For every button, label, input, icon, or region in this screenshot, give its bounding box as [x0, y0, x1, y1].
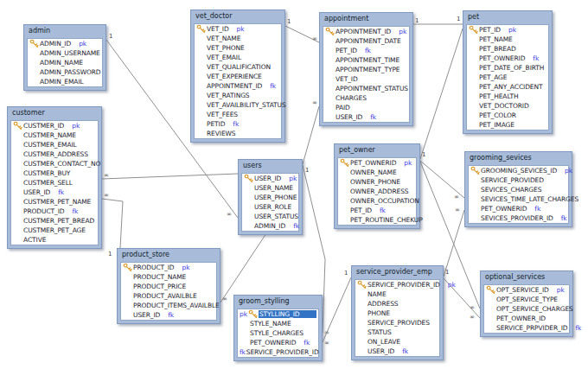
- field-row-reviews[interactable]: REVIEWS: [195, 129, 281, 138]
- table-admin[interactable]: adminADMIN_IDpkADMIN_USERNAMEADMIN_NAMEA…: [23, 24, 106, 91]
- table-title-service_provider_emp[interactable]: service_provider_emp: [355, 266, 440, 279]
- field-name[interactable]: SERVICE_PROVIDES: [368, 319, 430, 327]
- field-name[interactable]: PET_ANY_ACCIDENT: [479, 83, 542, 91]
- field-row-style_name[interactable]: STYLE_NAME: [238, 319, 318, 328]
- field-name[interactable]: SEVICES_TIME_LATE_CHARGES: [481, 195, 578, 203]
- field-row-pet_bread[interactable]: PET_BREAD: [467, 44, 548, 54]
- field-row-paid[interactable]: PAID: [323, 103, 409, 112]
- field-name[interactable]: SERVICE_PRPVIDER_ID: [496, 324, 568, 332]
- field-row-opt_service_charges[interactable]: OPT_SERVICE_CHARGES: [484, 304, 569, 314]
- field-row-custmer_buy[interactable]: CUSTMER_BUY: [11, 169, 98, 178]
- field-row-phone[interactable]: PHONE: [355, 309, 439, 318]
- field-row-pet_id[interactable]: PET_IDfk: [338, 206, 416, 215]
- field-name[interactable]: USER_PHONE: [254, 194, 297, 201]
- field-name[interactable]: APPOINTMENT_ID: [336, 28, 391, 35]
- field-row-vet_ratings[interactable]: VET_RATINGS: [195, 91, 281, 100]
- field-name[interactable]: STYLE_CHARGES: [250, 329, 304, 337]
- field-row-user_role[interactable]: USER_ROLE: [242, 202, 298, 212]
- field-row-admin_password[interactable]: ADMIN_PASSWORD: [28, 67, 102, 77]
- field-row-custmer_address[interactable]: CUSTMER_ADDRESS: [11, 150, 98, 159]
- field-name[interactable]: CUSTMER_BUY: [23, 169, 70, 177]
- field-row-active[interactable]: ACTIVE: [11, 235, 98, 245]
- field-row-appointment_status[interactable]: APPOINTMENT_STATUS: [323, 84, 409, 93]
- field-row-name[interactable]: NAME: [355, 289, 439, 299]
- field-row-pet_ownerid[interactable]: PET_OWNERIDfk: [238, 338, 318, 347]
- field-row-pet_color[interactable]: PET_COLOR: [467, 111, 548, 120]
- field-name[interactable]: VET_ID: [207, 25, 229, 33]
- table-service_provider_emp[interactable]: service_provider_empSERVICE_PROVIDER_IDp…: [351, 265, 444, 360]
- field-row-stylling_id[interactable]: pkSTYLLING_ID: [238, 309, 318, 319]
- field-name[interactable]: APPOINTMENT_STATUS: [336, 85, 408, 92]
- field-name[interactable]: SERVICE_PROVIDER_ID: [246, 348, 319, 356]
- field-name[interactable]: OPT_SERVICE_TYPE: [496, 296, 558, 303]
- field-name[interactable]: PET_ID: [336, 47, 357, 54]
- field-row-product_availble[interactable]: PRODUCT_AVAILBLE: [121, 291, 216, 301]
- relationship-line-product_store-users[interactable]: [220, 231, 268, 302]
- field-row-product_id[interactable]: PRODUCT_IDpk: [121, 263, 216, 272]
- field-name[interactable]: CUSTMER_CONTACT_NO: [23, 160, 100, 168]
- field-row-user_id[interactable]: USER_IDfk: [121, 310, 216, 320]
- field-row-user_name[interactable]: USER_NAME: [242, 183, 298, 193]
- field-row-user_id[interactable]: USER_IDfk: [11, 188, 98, 197]
- field-name[interactable]: NAME: [368, 290, 387, 298]
- field-name[interactable]: PRODUCT_NAME: [133, 273, 186, 281]
- field-row-vet_id[interactable]: VET_ID: [323, 74, 409, 84]
- field-row-user_id[interactable]: USER_IDpk: [242, 174, 298, 183]
- field-name[interactable]: CUSTMER_PET_NAME: [23, 198, 91, 206]
- field-row-product_items_availble[interactable]: PRODUCT_ITEMS_AVAILBLE: [121, 301, 216, 310]
- field-name[interactable]: PET_OWNERID: [250, 339, 296, 347]
- table-customer[interactable]: customerCUSTMER_IDpkCUSTMER_NAMECUSTMER_…: [7, 106, 102, 249]
- field-row-vet_availbility_status[interactable]: VET_AVAILBILITY_STATUS: [195, 100, 281, 110]
- field-name[interactable]: USER_ROLE: [254, 203, 291, 211]
- field-name[interactable]: PET_COLOR: [479, 111, 516, 119]
- field-row-product_price[interactable]: PRODUCT_PRICE: [121, 282, 216, 291]
- field-name[interactable]: PRODUCT_PRICE: [133, 283, 186, 290]
- field-name[interactable]: PAID: [336, 104, 350, 111]
- table-optional_services[interactable]: optional_servicesOPT_SERVICE_IDpkOPT_SER…: [480, 270, 573, 337]
- field-name[interactable]: VET_QUALIFICATION: [207, 63, 271, 71]
- field-row-opt_service_id[interactable]: OPT_SERVICE_IDpk: [484, 285, 569, 295]
- field-row-user_phone[interactable]: USER_PHONE: [242, 193, 298, 202]
- field-name[interactable]: PET_ROUTINE_CHEKUP: [350, 216, 423, 224]
- field-name[interactable]: USER_ID: [23, 188, 50, 196]
- table-title-customer[interactable]: customer: [10, 107, 99, 120]
- field-row-petid[interactable]: PETIDfk: [195, 119, 281, 129]
- table-title-appointment[interactable]: appointment: [323, 13, 410, 26]
- field-row-service_provides[interactable]: SERVICE_PROVIDES: [355, 318, 439, 328]
- field-row-status[interactable]: STATUS: [355, 328, 439, 337]
- field-row-custmer_email[interactable]: CUSTMER_EMAIL: [11, 140, 98, 150]
- table-title-groom_stylling[interactable]: groom_stylling: [237, 296, 319, 309]
- table-vet_doctor[interactable]: vet_doctorVET_IDpkVET_NAMEVET_PHONEVET_E…: [190, 10, 285, 143]
- field-name[interactable]: OWNER_OCCUPATION: [350, 197, 419, 205]
- table-title-vet_doctor[interactable]: vet_doctor: [194, 10, 282, 23]
- field-name[interactable]: CHARGES: [336, 94, 367, 102]
- field-name[interactable]: CUSTMER_PET_BREAD: [23, 217, 94, 225]
- field-name[interactable]: USER_ID: [133, 311, 160, 319]
- field-name[interactable]: ACTIVE: [23, 236, 46, 244]
- field-row-service_provider_id[interactable]: fkSERVICE_PROVIDER_ID: [238, 347, 318, 357]
- field-name[interactable]: PET_NAME: [479, 35, 513, 43]
- field-name[interactable]: VET_DOCTORID: [479, 102, 529, 110]
- field-row-opt_service_type[interactable]: OPT_SERVICE_TYPE: [484, 295, 569, 304]
- field-name[interactable]: GROOMING_SEVICES_ID: [481, 167, 557, 175]
- field-name[interactable]: ON_LEAVE: [368, 338, 400, 346]
- table-title-users[interactable]: users: [241, 160, 299, 173]
- field-name[interactable]: STATUS: [368, 328, 392, 336]
- field-row-pet_routine_chekup[interactable]: PET_ROUTINE_CHEKUP: [338, 215, 416, 225]
- field-name[interactable]: USER_ID: [254, 175, 281, 182]
- field-name[interactable]: ADMIN_ID: [40, 40, 71, 48]
- field-row-service_provided[interactable]: SERVICE_PROVIDED: [469, 175, 568, 185]
- table-appointment[interactable]: appointmentAPPOINTMENT_IDpkAPPOINTMENT_D…: [319, 12, 413, 126]
- field-row-product_id[interactable]: PRODUCT_IDfk: [11, 207, 98, 216]
- field-row-service_prpvider_id[interactable]: SERVICE_PRPVIDER_IDfk: [484, 323, 569, 333]
- field-name[interactable]: PRODUCT_AVAILBLE: [133, 292, 197, 300]
- field-row-owner_address[interactable]: OWNER_ADDRESS: [338, 187, 416, 196]
- field-row-custmer_sell[interactable]: CUSTMER_SELL: [11, 178, 98, 188]
- table-users[interactable]: usersUSER_IDpkUSER_NAMEUSER_PHONEUSER_RO…: [238, 159, 303, 235]
- field-name[interactable]: VET_EMAIL: [207, 54, 241, 61]
- field-row-appointment_id[interactable]: APPOINTMENT_IDfk: [195, 81, 281, 91]
- field-row-admin_username[interactable]: ADMIN_USERNAME: [28, 48, 102, 58]
- field-name[interactable]: CUSTMER_PET_AGE: [23, 226, 86, 234]
- table-groom_stylling[interactable]: groom_styllingpkSTYLLING_IDSTYLE_NAMESTY…: [233, 295, 323, 361]
- field-row-user_id[interactable]: USER_IDfk: [323, 112, 409, 122]
